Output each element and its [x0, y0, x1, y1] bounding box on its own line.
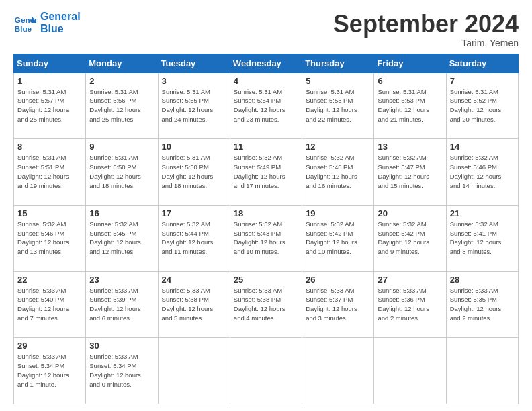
- day-info: Sunrise: 5:32 AM Sunset: 5:44 PM Dayligh…: [162, 220, 226, 257]
- page: General Blue General Blue September 2024…: [0, 0, 532, 411]
- week-row-5: 29Sunrise: 5:33 AM Sunset: 5:34 PM Dayli…: [14, 338, 519, 404]
- logo-line2: Blue: [40, 23, 81, 35]
- day-info: Sunrise: 5:33 AM Sunset: 5:36 PM Dayligh…: [378, 286, 442, 323]
- logo-icon: General Blue: [13, 11, 38, 35]
- calendar-cell: 29Sunrise: 5:33 AM Sunset: 5:34 PM Dayli…: [14, 338, 86, 404]
- day-number: 18: [234, 208, 298, 218]
- weekday-header-friday: Friday: [374, 54, 446, 73]
- month-title: September 2024: [333, 11, 519, 38]
- day-info: Sunrise: 5:31 AM Sunset: 5:53 PM Dayligh…: [378, 87, 442, 124]
- calendar-cell: [446, 338, 518, 404]
- day-number: 14: [450, 142, 515, 152]
- day-info: Sunrise: 5:32 AM Sunset: 5:48 PM Dayligh…: [306, 153, 370, 190]
- day-number: 19: [306, 208, 370, 218]
- day-info: Sunrise: 5:31 AM Sunset: 5:55 PM Dayligh…: [162, 87, 226, 124]
- calendar-body: 1Sunrise: 5:31 AM Sunset: 5:57 PM Daylig…: [14, 73, 519, 404]
- calendar-cell: 18Sunrise: 5:32 AM Sunset: 5:43 PM Dayli…: [230, 205, 302, 271]
- day-info: Sunrise: 5:33 AM Sunset: 5:38 PM Dayligh…: [234, 286, 298, 323]
- calendar-cell: 17Sunrise: 5:32 AM Sunset: 5:44 PM Dayli…: [158, 205, 230, 271]
- day-info: Sunrise: 5:33 AM Sunset: 5:39 PM Dayligh…: [89, 286, 154, 323]
- day-number: 21: [450, 208, 515, 218]
- weekday-header-tuesday: Tuesday: [158, 54, 230, 73]
- logo-area: General Blue General Blue: [13, 11, 81, 35]
- day-number: 4: [234, 76, 298, 86]
- day-info: Sunrise: 5:32 AM Sunset: 5:41 PM Dayligh…: [450, 220, 515, 257]
- day-number: 24: [162, 275, 226, 285]
- calendar-cell: 22Sunrise: 5:33 AM Sunset: 5:40 PM Dayli…: [14, 271, 86, 338]
- title-area: September 2024 Tarim, Yemen: [333, 11, 519, 48]
- day-info: Sunrise: 5:31 AM Sunset: 5:56 PM Dayligh…: [89, 87, 154, 124]
- calendar-cell: 26Sunrise: 5:33 AM Sunset: 5:37 PM Dayli…: [302, 271, 374, 338]
- weekday-header-sunday: Sunday: [14, 54, 86, 73]
- calendar-cell: 20Sunrise: 5:32 AM Sunset: 5:42 PM Dayli…: [374, 205, 446, 271]
- calendar-cell: 24Sunrise: 5:33 AM Sunset: 5:38 PM Dayli…: [158, 271, 230, 338]
- calendar-cell: 7Sunrise: 5:31 AM Sunset: 5:52 PM Daylig…: [446, 73, 518, 139]
- calendar-cell: 23Sunrise: 5:33 AM Sunset: 5:39 PM Dayli…: [86, 271, 158, 338]
- day-info: Sunrise: 5:31 AM Sunset: 5:54 PM Dayligh…: [234, 87, 298, 124]
- calendar-cell: 14Sunrise: 5:32 AM Sunset: 5:46 PM Dayli…: [446, 139, 518, 205]
- calendar-cell: 6Sunrise: 5:31 AM Sunset: 5:53 PM Daylig…: [374, 73, 446, 139]
- day-number: 26: [306, 275, 370, 285]
- calendar-cell: 9Sunrise: 5:31 AM Sunset: 5:50 PM Daylig…: [86, 139, 158, 205]
- day-info: Sunrise: 5:33 AM Sunset: 5:34 PM Dayligh…: [17, 352, 82, 389]
- weekday-header-wednesday: Wednesday: [230, 54, 302, 73]
- day-number: 28: [450, 275, 515, 285]
- day-info: Sunrise: 5:31 AM Sunset: 5:50 PM Dayligh…: [89, 153, 154, 190]
- day-number: 6: [378, 76, 442, 86]
- day-number: 2: [89, 76, 154, 86]
- day-number: 29: [17, 340, 82, 351]
- day-number: 1: [17, 76, 82, 86]
- day-number: 30: [89, 340, 154, 351]
- day-info: Sunrise: 5:33 AM Sunset: 5:34 PM Dayligh…: [89, 352, 154, 389]
- calendar-cell: 25Sunrise: 5:33 AM Sunset: 5:38 PM Dayli…: [230, 271, 302, 338]
- week-row-1: 1Sunrise: 5:31 AM Sunset: 5:57 PM Daylig…: [14, 73, 519, 139]
- day-info: Sunrise: 5:33 AM Sunset: 5:38 PM Dayligh…: [162, 286, 226, 323]
- calendar-cell: 16Sunrise: 5:32 AM Sunset: 5:45 PM Dayli…: [86, 205, 158, 271]
- day-info: Sunrise: 5:32 AM Sunset: 5:49 PM Dayligh…: [234, 153, 298, 190]
- weekday-header-monday: Monday: [86, 54, 158, 73]
- day-info: Sunrise: 5:32 AM Sunset: 5:42 PM Dayligh…: [378, 220, 442, 257]
- calendar-cell: 2Sunrise: 5:31 AM Sunset: 5:56 PM Daylig…: [86, 73, 158, 139]
- day-info: Sunrise: 5:32 AM Sunset: 5:45 PM Dayligh…: [89, 220, 154, 257]
- weekday-header-saturday: Saturday: [446, 54, 518, 73]
- logo-line1: General: [40, 11, 81, 23]
- day-number: 17: [162, 208, 226, 218]
- weekday-header-thursday: Thursday: [302, 54, 374, 73]
- day-info: Sunrise: 5:31 AM Sunset: 5:52 PM Dayligh…: [450, 87, 515, 124]
- calendar-cell: 12Sunrise: 5:32 AM Sunset: 5:48 PM Dayli…: [302, 139, 374, 205]
- day-info: Sunrise: 5:31 AM Sunset: 5:51 PM Dayligh…: [17, 153, 82, 190]
- day-number: 22: [17, 275, 82, 285]
- day-info: Sunrise: 5:31 AM Sunset: 5:57 PM Dayligh…: [17, 87, 82, 124]
- calendar-cell: [158, 338, 230, 404]
- calendar-cell: 19Sunrise: 5:32 AM Sunset: 5:42 PM Dayli…: [302, 205, 374, 271]
- calendar-cell: 21Sunrise: 5:32 AM Sunset: 5:41 PM Dayli…: [446, 205, 518, 271]
- day-number: 7: [450, 76, 515, 86]
- calendar-cell: 11Sunrise: 5:32 AM Sunset: 5:49 PM Dayli…: [230, 139, 302, 205]
- location: Tarim, Yemen: [333, 38, 519, 48]
- day-number: 10: [162, 142, 226, 152]
- day-info: Sunrise: 5:32 AM Sunset: 5:47 PM Dayligh…: [378, 153, 442, 190]
- day-number: 9: [89, 142, 154, 152]
- calendar-cell: 13Sunrise: 5:32 AM Sunset: 5:47 PM Dayli…: [374, 139, 446, 205]
- calendar-cell: 3Sunrise: 5:31 AM Sunset: 5:55 PM Daylig…: [158, 73, 230, 139]
- week-row-3: 15Sunrise: 5:32 AM Sunset: 5:46 PM Dayli…: [14, 205, 519, 271]
- day-info: Sunrise: 5:31 AM Sunset: 5:53 PM Dayligh…: [306, 87, 370, 124]
- day-info: Sunrise: 5:32 AM Sunset: 5:43 PM Dayligh…: [234, 220, 298, 257]
- day-info: Sunrise: 5:31 AM Sunset: 5:50 PM Dayligh…: [162, 153, 226, 190]
- header: General Blue General Blue September 2024…: [13, 11, 519, 48]
- day-number: 20: [378, 208, 442, 218]
- day-number: 8: [17, 142, 82, 152]
- day-number: 23: [89, 275, 154, 285]
- day-info: Sunrise: 5:33 AM Sunset: 5:35 PM Dayligh…: [450, 286, 515, 323]
- calendar-cell: 1Sunrise: 5:31 AM Sunset: 5:57 PM Daylig…: [14, 73, 86, 139]
- calendar-cell: 27Sunrise: 5:33 AM Sunset: 5:36 PM Dayli…: [374, 271, 446, 338]
- week-row-4: 22Sunrise: 5:33 AM Sunset: 5:40 PM Dayli…: [14, 271, 519, 338]
- calendar-cell: [230, 338, 302, 404]
- calendar-cell: 5Sunrise: 5:31 AM Sunset: 5:53 PM Daylig…: [302, 73, 374, 139]
- calendar-cell: 28Sunrise: 5:33 AM Sunset: 5:35 PM Dayli…: [446, 271, 518, 338]
- day-number: 11: [234, 142, 298, 152]
- day-number: 5: [306, 76, 370, 86]
- weekday-header-row: SundayMondayTuesdayWednesdayThursdayFrid…: [14, 54, 519, 73]
- day-number: 16: [89, 208, 154, 218]
- calendar-table: SundayMondayTuesdayWednesdayThursdayFrid…: [13, 54, 519, 404]
